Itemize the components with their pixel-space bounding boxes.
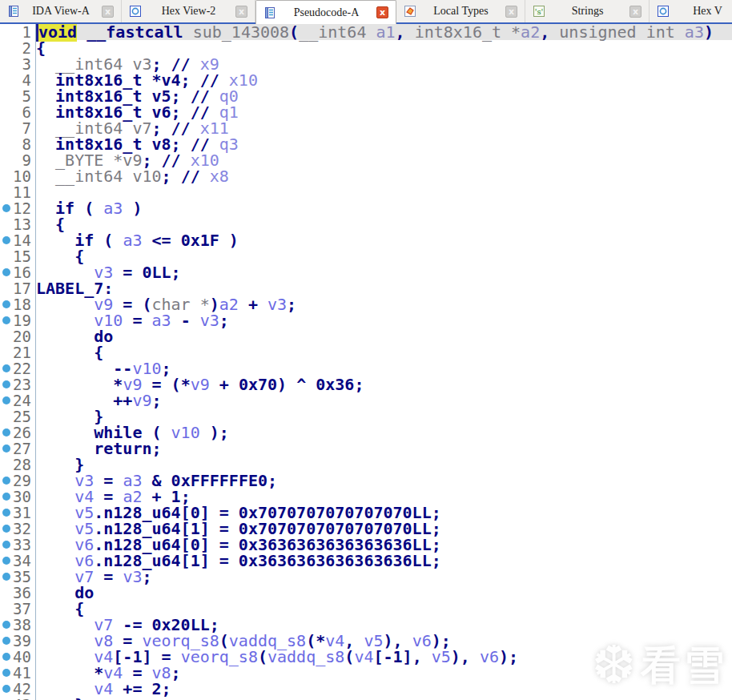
- token: v6: [480, 647, 499, 666]
- tab-ida-view-a[interactable]: IDA View-Ax: [0, 0, 122, 22]
- tab-label: Local Types: [421, 5, 501, 18]
- tab-close-icon[interactable]: x: [235, 6, 247, 18]
- code-line[interactable]: 31 v5.n128_u64[0] = 0x7070707070707070LL…: [0, 505, 732, 521]
- token: <= 0x1F ): [142, 231, 238, 250]
- gutter: 38: [0, 617, 36, 633]
- gutter: 22: [0, 360, 36, 376]
- exec-line-dot-icon: [2, 428, 10, 436]
- gutter: 19: [0, 312, 36, 328]
- gutter: 40: [0, 649, 36, 665]
- code-line[interactable]: 41 *v4 = v8;: [0, 665, 732, 681]
- tab-local-types[interactable]: Local Typesx: [396, 0, 525, 22]
- gutter: 28: [0, 457, 36, 473]
- line-number: 6: [0, 104, 35, 120]
- code-line[interactable]: 23 *v9 = (*v9 + 0x70) ^ 0x36;: [0, 376, 732, 392]
- gutter: 15: [0, 248, 36, 264]
- code-line[interactable]: 37 {: [0, 601, 732, 617]
- ida-view-icon: [7, 5, 20, 18]
- code-line[interactable]: 36 do: [0, 585, 732, 601]
- code-line[interactable]: 33 v6.n128_u64[0] = 0x3636363636363636LL…: [0, 537, 732, 553]
- tab-hex-view-2[interactable]: Hex View-2x: [122, 0, 255, 22]
- tab-close-icon[interactable]: x: [629, 6, 642, 18]
- code-line[interactable]: 39 v8 = veorq_s8(vaddq_s8(*v4, v5), v6);: [0, 633, 732, 649]
- code-line[interactable]: 32 v5.n128_u64[1] = 0x7070707070707070LL…: [0, 521, 732, 537]
- code-line[interactable]: 25 }: [0, 408, 732, 424]
- code-line[interactable]: 34 v6.n128_u64[1] = 0x3636363636363636LL…: [0, 553, 732, 569]
- code-line[interactable]: 16 v3 = 0LL;: [0, 264, 732, 280]
- code-line[interactable]: 10 __int64 v10; // x8: [0, 168, 732, 184]
- source-text: int8x16_t v6; // q1: [36, 104, 732, 120]
- source-text: {: [36, 40, 732, 56]
- code-line[interactable]: 8 int8x16_t v8; // q3: [0, 136, 732, 152]
- code-line[interactable]: 29 v3 = a3 & 0xFFFFFFE0;: [0, 473, 732, 489]
- token: ): [704, 22, 714, 42]
- token: vaddq_s8: [267, 647, 344, 666]
- tab-label: IDA View-A: [25, 5, 97, 18]
- line-number: 11: [0, 184, 35, 200]
- token: + 0x70) ^ 0x36;: [210, 375, 364, 394]
- code-line[interactable]: 24 ++v9;: [0, 392, 732, 408]
- code-line[interactable]: 12 if ( a3 ): [0, 200, 732, 216]
- token: ; //: [162, 167, 210, 186]
- code-line[interactable]: 35 v7 = v3;: [0, 569, 732, 585]
- code-line[interactable]: 43 }: [0, 697, 732, 700]
- line-number: 13: [0, 216, 35, 232]
- source-text: if ( a3 ): [36, 200, 732, 216]
- source-text: __int64 v3; // x9: [36, 56, 732, 72]
- code-line[interactable]: 21 {: [0, 344, 732, 360]
- code-line[interactable]: 19 v10 = a3 - v3;: [0, 312, 732, 328]
- token: v9: [191, 375, 210, 394]
- code-line[interactable]: 40 v4[-1] = veorq_s8(vaddq_s8(v4[-1], v5…: [0, 649, 732, 665]
- tab-close-icon[interactable]: x: [102, 6, 114, 18]
- line-number: 36: [0, 585, 35, 601]
- code-line[interactable]: 5 int8x16_t v5; // q0: [0, 88, 732, 104]
- source-text: {: [36, 601, 732, 617]
- source-text: int8x16_t v5; // q0: [36, 88, 732, 104]
- tab-strings[interactable]: 's'Stringsx: [525, 0, 650, 22]
- token: ;: [287, 295, 296, 314]
- code-line[interactable]: 38 v7 -= 0x20LL;: [0, 617, 732, 633]
- code-line[interactable]: 2{: [0, 40, 732, 56]
- tab-close-icon[interactable]: x: [505, 6, 517, 18]
- token: v9: [132, 391, 151, 410]
- code-line[interactable]: 4 int8x16_t *v4; // x10: [0, 72, 732, 88]
- pseudocode-icon: [263, 6, 276, 19]
- gutter: 42: [0, 681, 36, 697]
- gutter: 3: [0, 56, 36, 72]
- gutter: 17: [0, 280, 36, 296]
- tab-close-icon[interactable]: x: [376, 6, 388, 18]
- tab-hex-v[interactable]: Hex Vx: [650, 0, 732, 22]
- code-line[interactable]: 22 --v10;: [0, 360, 732, 376]
- code-line[interactable]: 3 __int64 v3; // x9: [0, 56, 732, 72]
- code-line[interactable]: 6 int8x16_t v6; // q1: [0, 104, 732, 120]
- exec-line-dot-icon: [2, 653, 10, 661]
- code-line[interactable]: 30 v4 = a2 + 1;: [0, 489, 732, 505]
- tab-label: Hex V: [674, 5, 732, 18]
- code-line[interactable]: 26 while ( v10 );: [0, 424, 732, 441]
- code-line[interactable]: 15 {: [0, 248, 732, 264]
- source-text: v7 = v3;: [36, 569, 732, 585]
- code-line[interactable]: 17LABEL_7:: [0, 280, 732, 296]
- line-number: 15: [0, 248, 35, 264]
- code-line[interactable]: 1void __fastcall sub_143008(__int64 a1, …: [0, 24, 732, 40]
- token: x8: [210, 167, 229, 186]
- strings-icon: 's': [533, 5, 545, 18]
- token: ;: [171, 663, 181, 682]
- source-text: _BYTE *v9; // x10: [36, 152, 732, 168]
- code-line[interactable]: 20 do: [0, 328, 732, 344]
- code-line[interactable]: 9 _BYTE *v9; // x10: [0, 152, 732, 168]
- code-line[interactable]: 18 v9 = (char *)a2 + v3;: [0, 296, 732, 312]
- code-line[interactable]: 27 return;: [0, 441, 732, 457]
- token: }: [36, 695, 84, 700]
- code-line[interactable]: 11: [0, 184, 732, 200]
- gutter: 41: [0, 665, 36, 681]
- code-line[interactable]: 7 __int64 v7; // x11: [0, 120, 732, 136]
- tab-pseudocode-a[interactable]: Pseudocode-Ax: [255, 0, 396, 24]
- code-line[interactable]: 13 {: [0, 216, 732, 232]
- code-line[interactable]: 42 v4 += 2;: [0, 681, 732, 697]
- token: += 2;: [113, 679, 171, 698]
- pseudocode-pane[interactable]: 1void __fastcall sub_143008(__int64 a1, …: [0, 24, 732, 700]
- exec-line-dot-icon: [2, 525, 10, 533]
- code-line[interactable]: 14 if ( a3 <= 0x1F ): [0, 232, 732, 248]
- code-line[interactable]: 28 }: [0, 457, 732, 473]
